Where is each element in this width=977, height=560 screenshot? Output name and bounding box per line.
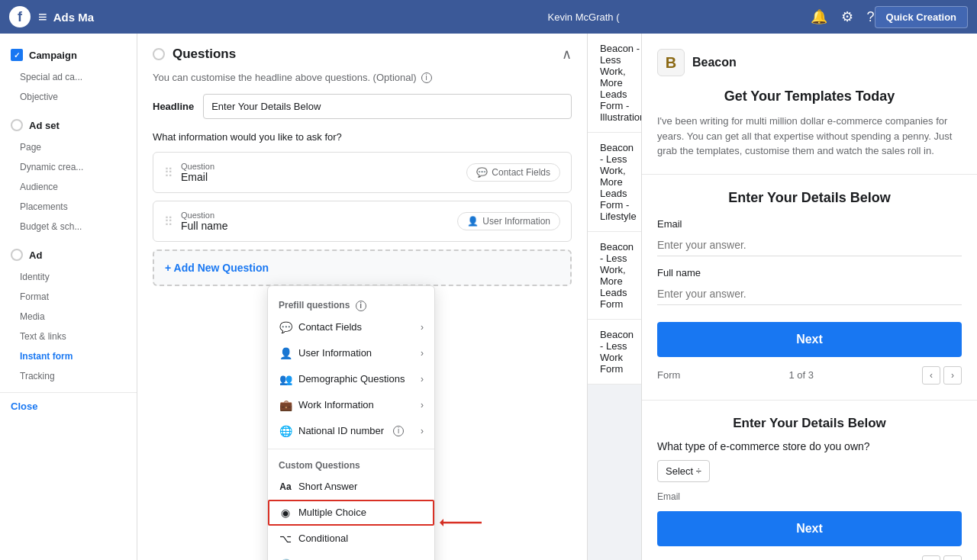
nav-arrows-2: ‹ › bbox=[922, 555, 962, 561]
sidebar-item-budget[interactable]: Budget & sch... bbox=[0, 217, 137, 237]
prefill-section-title: Prefill questions i bbox=[268, 294, 434, 314]
dropdown-divider bbox=[268, 449, 434, 449]
multiple-choice-dropdown-icon: ◉ bbox=[279, 506, 292, 520]
form-nav-2: Form 1 of 3 ‹ › bbox=[657, 555, 962, 561]
question-tag-fullname[interactable]: 👤 User Information bbox=[457, 212, 560, 230]
help-icon[interactable]: ? bbox=[867, 9, 875, 25]
user-info-chevron: › bbox=[421, 348, 424, 359]
list-item-3[interactable]: Beacon - Less Work Form 31 Mar 2017 ∨ bbox=[588, 320, 641, 385]
settings-icon[interactable]: ⚙ bbox=[841, 8, 853, 25]
sidebar-item-format[interactable]: Format bbox=[0, 287, 137, 307]
sidebar-campaign-label: Campaign bbox=[29, 50, 77, 61]
subtitle-info-icon: i bbox=[421, 72, 432, 83]
user-info-dropdown-icon: 👤 bbox=[279, 346, 292, 360]
fullname-field-input[interactable] bbox=[657, 283, 962, 305]
contact-fields-dropdown-label: Contact Fields bbox=[298, 321, 362, 333]
nav-prev-1[interactable]: ‹ bbox=[922, 366, 940, 385]
question-info-email: Question Email bbox=[181, 162, 459, 183]
beacon-section: B Beacon Get Your Templates Today I've b… bbox=[642, 34, 977, 175]
next-button-1[interactable]: Next bbox=[657, 322, 962, 357]
panel-subtitle: You can customise the headline above que… bbox=[153, 72, 572, 83]
sidebar-item-special-ad[interactable]: Special ad ca... bbox=[0, 67, 137, 87]
app-title: Ads Ma bbox=[53, 11, 301, 24]
beacon-name: Beacon bbox=[692, 56, 737, 69]
question-item-email: ⠿ Question Email 💬 Contact Fields bbox=[153, 152, 572, 193]
sidebar-item-text-links[interactable]: Text & links bbox=[0, 327, 137, 346]
sidebar-item-audience[interactable]: Audience bbox=[0, 177, 137, 197]
work-info-dropdown-label: Work Information bbox=[298, 399, 374, 410]
beacon-description: I've been writing for multi million doll… bbox=[657, 114, 962, 159]
add-question-button[interactable]: + Add New Question bbox=[153, 249, 572, 286]
sidebar-item-dynamic[interactable]: Dynamic crea... bbox=[0, 157, 137, 177]
question-tag-email[interactable]: 💬 Contact Fields bbox=[466, 163, 560, 182]
conditional-dropdown-label: Conditional bbox=[298, 533, 348, 544]
national-id-info-icon: i bbox=[393, 426, 404, 436]
sidebar-ad-label: Ad bbox=[29, 249, 42, 261]
national-id-dropdown-icon: 🌐 bbox=[279, 424, 292, 438]
demographic-dropdown-icon: 👥 bbox=[279, 372, 292, 386]
sidebar: Campaign Special ad ca... Objective Ad s… bbox=[0, 34, 137, 560]
quick-creation-button[interactable]: Quick Creation bbox=[875, 6, 968, 28]
drag-handle-email[interactable]: ⠿ bbox=[164, 166, 173, 180]
work-info-chevron: › bbox=[421, 400, 424, 410]
dropdown-conditional[interactable]: ⌥ Conditional bbox=[268, 526, 434, 552]
short-answer-dropdown-label: Short Answer bbox=[298, 481, 357, 492]
panel-collapse-button[interactable]: ∧ bbox=[562, 46, 572, 63]
sidebar-item-tracking[interactable]: Tracking bbox=[0, 366, 137, 386]
menu-icon[interactable]: ≡ bbox=[38, 8, 47, 26]
dropdown-national-id[interactable]: 🌐 National ID number i › bbox=[268, 418, 434, 444]
form-nav-1: Form 1 of 3 ‹ › bbox=[657, 366, 962, 385]
form-pages-1: 1 of 3 bbox=[788, 369, 814, 381]
beacon-logo: B bbox=[657, 49, 685, 76]
account-name: Kevin McGrath ( bbox=[548, 11, 795, 23]
headline-input[interactable] bbox=[203, 94, 572, 119]
dropdown-multiple-choice[interactable]: ◉ Multiple Choice bbox=[268, 500, 434, 526]
prefill-info-icon: i bbox=[356, 301, 366, 311]
notifications-icon[interactable]: 🔔 bbox=[811, 8, 827, 25]
question-name-fullname: Full name bbox=[181, 220, 450, 232]
nav-next-1[interactable]: › bbox=[943, 366, 962, 385]
dropdown-work-info[interactable]: 💼 Work Information › bbox=[268, 392, 434, 418]
short-answer-dropdown-icon: Aa bbox=[279, 480, 292, 494]
fullname-field-label: Full name bbox=[657, 267, 962, 278]
list-area: Beacon - Less Work, More Leads Form - Il… bbox=[588, 34, 641, 560]
question-name-email: Email bbox=[181, 171, 459, 183]
form2-question: What type of e-commerce store do you own… bbox=[657, 440, 962, 452]
close-button[interactable]: Close bbox=[0, 392, 137, 420]
form-title-1: Enter Your Details Below bbox=[657, 190, 962, 206]
nav-next-2[interactable]: › bbox=[943, 555, 962, 561]
email-field-input[interactable] bbox=[657, 234, 962, 256]
list-item-2[interactable]: Beacon - Less Work, More Leads Form 31 M… bbox=[588, 232, 641, 320]
form-field-fullname: Full name bbox=[657, 267, 962, 305]
form-title-2: Enter Your Details Below bbox=[657, 416, 962, 431]
sidebar-item-placements[interactable]: Placements bbox=[0, 197, 137, 217]
contact-fields-dropdown-icon: 💬 bbox=[279, 320, 292, 334]
sidebar-item-instant-form[interactable]: Instant form bbox=[0, 346, 137, 366]
sidebar-item-identity[interactable]: Identity bbox=[0, 267, 137, 287]
dropdown-user-info[interactable]: 👤 User Information › bbox=[268, 340, 434, 366]
next-button-2[interactable]: Next bbox=[657, 511, 962, 546]
preview-panel: B Beacon Get Your Templates Today I've b… bbox=[641, 34, 977, 560]
sidebar-item-page[interactable]: Page bbox=[0, 137, 137, 157]
red-arrow-indicator bbox=[440, 515, 485, 530]
sidebar-item-objective[interactable]: Objective bbox=[0, 87, 137, 107]
adset-circle-icon bbox=[11, 119, 23, 131]
nav-prev-2[interactable]: ‹ bbox=[922, 555, 940, 561]
select-dropdown[interactable]: Select ÷ bbox=[657, 460, 710, 482]
drag-handle-fullname[interactable]: ⠿ bbox=[164, 214, 173, 229]
dropdown-short-answer[interactable]: Aa Short Answer bbox=[268, 474, 434, 500]
national-id-dropdown-label: National ID number bbox=[298, 425, 384, 436]
campaign-checkbox-icon bbox=[11, 49, 23, 61]
dropdown-contact-fields[interactable]: 💬 Contact Fields › bbox=[268, 314, 434, 340]
beacon-ad-title: Get Your Templates Today bbox=[657, 89, 962, 105]
headline-label: Headline bbox=[153, 101, 194, 112]
dropdown-demographic[interactable]: 👥 Demographic Questions › bbox=[268, 366, 434, 392]
email-field-label: Email bbox=[657, 218, 962, 230]
list-item-1[interactable]: Beacon - Less Work, More Leads Form - Li… bbox=[588, 133, 641, 232]
dropdown-appointment[interactable]: 🕐 Appointment Scheduling bbox=[268, 552, 434, 561]
demographic-chevron: › bbox=[421, 374, 424, 385]
list-item-0[interactable]: Beacon - Less Work, More Leads Form - Il… bbox=[588, 34, 641, 133]
sidebar-item-media[interactable]: Media bbox=[0, 307, 137, 327]
question-info-fullname: Question Full name bbox=[181, 211, 450, 232]
form-preview-2: Enter Your Details Below What type of e-… bbox=[642, 401, 977, 561]
